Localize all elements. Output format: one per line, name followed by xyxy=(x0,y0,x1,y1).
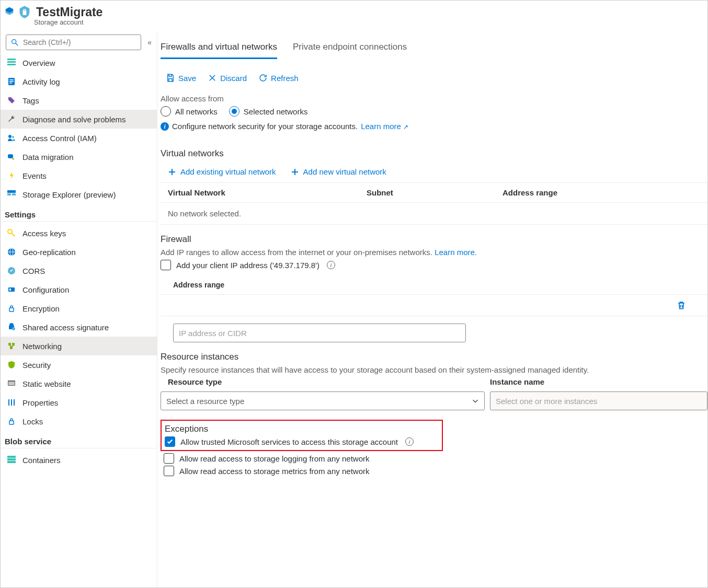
svg-rect-16 xyxy=(12,193,16,195)
logging-access-checkbox[interactable] xyxy=(164,453,174,464)
add-existing-vnet-button[interactable]: Add existing virtual network xyxy=(168,167,276,176)
svg-rect-33 xyxy=(8,399,9,406)
sidebar-item-label: Tags xyxy=(22,96,39,105)
sidebar-item-label: Access Control (IAM) xyxy=(22,134,97,143)
sidebar-item-label: Networking xyxy=(22,342,62,351)
select-placeholder: Select a resource type xyxy=(166,397,244,406)
radio-selected-networks[interactable]: Selected networks xyxy=(229,106,308,117)
metrics-access-checkbox[interactable] xyxy=(164,466,174,476)
plus-icon xyxy=(168,168,176,176)
refresh-icon xyxy=(258,73,268,83)
sidebar-item-networking[interactable]: Networking xyxy=(1,337,157,355)
svg-rect-27 xyxy=(12,343,15,345)
vnet-title: Virtual networks xyxy=(161,148,707,159)
client-ip-label: Add your client IP address ('49.37.179.8… xyxy=(176,261,319,270)
collapse-sidebar-icon[interactable]: « xyxy=(147,38,152,47)
svg-point-11 xyxy=(8,135,12,138)
instance-name-select: Select one or more instances xyxy=(490,391,707,410)
radio-all-networks[interactable]: All networks xyxy=(161,106,218,117)
search-input[interactable] xyxy=(6,34,141,50)
ip-address-input[interactable] xyxy=(173,324,466,342)
sidebar-group-blob: Blob service xyxy=(1,431,157,448)
info-icon[interactable]: i xyxy=(405,437,414,446)
sidebar-item-diagnose[interactable]: Diagnose and solve problems xyxy=(1,110,157,129)
client-ip-checkbox[interactable] xyxy=(161,260,171,270)
access-label: Allow access from xyxy=(161,94,707,103)
sidebar-item-label: Security xyxy=(22,361,51,370)
svg-rect-35 xyxy=(14,399,15,406)
refresh-button[interactable]: Refresh xyxy=(258,73,299,83)
svg-line-3 xyxy=(16,43,18,45)
sidebar-item-label: Storage Explorer (preview) xyxy=(22,190,116,199)
col-header-resource-type: Resource type xyxy=(161,377,485,386)
people-icon xyxy=(7,133,16,143)
check-icon xyxy=(166,438,174,445)
sidebar-item-sas[interactable]: Shared access signature xyxy=(1,318,157,337)
discard-button[interactable]: Discard xyxy=(208,73,247,83)
svg-rect-28 xyxy=(10,347,13,349)
sidebar-item-static-website[interactable]: Static website xyxy=(1,374,157,393)
sidebar-item-storage-explorer[interactable]: Storage Explorer (preview) xyxy=(1,185,157,204)
sidebar-group-settings: Settings xyxy=(1,204,157,222)
info-icon[interactable]: i xyxy=(327,261,335,269)
sidebar-item-access-control[interactable]: Access Control (IAM) xyxy=(1,129,157,147)
sidebar-item-encryption[interactable]: Encryption xyxy=(1,299,157,318)
svg-rect-10 xyxy=(9,83,12,84)
sidebar-item-overview[interactable]: Overview xyxy=(1,53,157,72)
sidebar-item-security[interactable]: Security xyxy=(1,355,157,374)
svg-rect-22 xyxy=(8,287,15,292)
info-icon: i xyxy=(161,122,169,131)
search-field[interactable] xyxy=(23,38,136,47)
svg-rect-36 xyxy=(9,421,14,424)
vnet-empty-row: No network selected. xyxy=(161,203,707,225)
wrench-icon xyxy=(7,114,16,124)
sidebar-item-containers[interactable]: Containers xyxy=(1,451,157,469)
resource-type-select[interactable]: Select a resource type xyxy=(161,391,485,410)
sidebar: « Overview Activity log Tags Diagnose a xyxy=(1,31,157,587)
svg-point-17 xyxy=(8,229,12,234)
main-content: Firewalls and virtual networks Private e… xyxy=(157,31,707,587)
sidebar-item-label: Encryption xyxy=(22,304,60,313)
sidebar-item-tags[interactable]: Tags xyxy=(1,91,157,110)
sidebar-item-access-keys[interactable]: Access keys xyxy=(1,224,157,243)
exception-label: Allow read access to storage metrics fro… xyxy=(179,467,369,476)
svg-rect-6 xyxy=(7,64,16,65)
learn-more-link[interactable]: Learn more ↗ xyxy=(361,122,408,131)
delete-icon[interactable] xyxy=(676,300,687,310)
log-icon xyxy=(7,77,16,86)
sidebar-item-data-migration[interactable]: Data migration xyxy=(1,147,157,166)
firewall-learn-more-link[interactable]: Learn more. xyxy=(435,248,477,257)
button-label: Save xyxy=(178,74,196,83)
exception-label: Allow read access to storage logging fro… xyxy=(179,454,370,463)
shield-icon xyxy=(7,360,16,370)
trusted-services-checkbox[interactable] xyxy=(165,436,175,447)
search-icon xyxy=(10,38,19,47)
sidebar-item-locks[interactable]: Locks xyxy=(1,412,157,431)
locks-icon xyxy=(7,417,16,426)
tab-firewalls[interactable]: Firewalls and virtual networks xyxy=(161,37,277,59)
add-new-vnet-button[interactable]: Add new virtual network xyxy=(291,167,386,176)
sidebar-item-cors[interactable]: CORS xyxy=(1,261,157,280)
button-label: Refresh xyxy=(271,74,299,83)
sidebar-item-label: Static website xyxy=(22,379,71,388)
sidebar-item-properties[interactable]: Properties xyxy=(1,393,157,412)
overview-icon xyxy=(7,58,16,67)
key-icon xyxy=(7,228,16,238)
vnet-table: Virtual Network Subnet Address range No … xyxy=(161,182,707,225)
svg-point-12 xyxy=(12,136,14,138)
radio-icon xyxy=(229,106,239,117)
website-icon xyxy=(7,379,16,388)
sidebar-item-configuration[interactable]: Configuration xyxy=(1,280,157,299)
col-header-vnet: Virtual Network xyxy=(168,188,367,197)
containers-icon xyxy=(7,455,16,465)
info-text: Configure network security for your stor… xyxy=(172,122,358,131)
globe-icon xyxy=(7,247,16,257)
sidebar-item-geo-replication[interactable]: Geo-replication xyxy=(1,243,157,261)
svg-rect-34 xyxy=(11,399,12,406)
tab-private-endpoints[interactable]: Private endpoint connections xyxy=(293,37,407,59)
button-label: Add existing virtual network xyxy=(180,167,276,176)
sidebar-item-activity-log[interactable]: Activity log xyxy=(1,72,157,91)
sidebar-item-events[interactable]: Events xyxy=(1,166,157,185)
svg-rect-38 xyxy=(7,458,16,460)
save-button[interactable]: Save xyxy=(166,73,196,83)
